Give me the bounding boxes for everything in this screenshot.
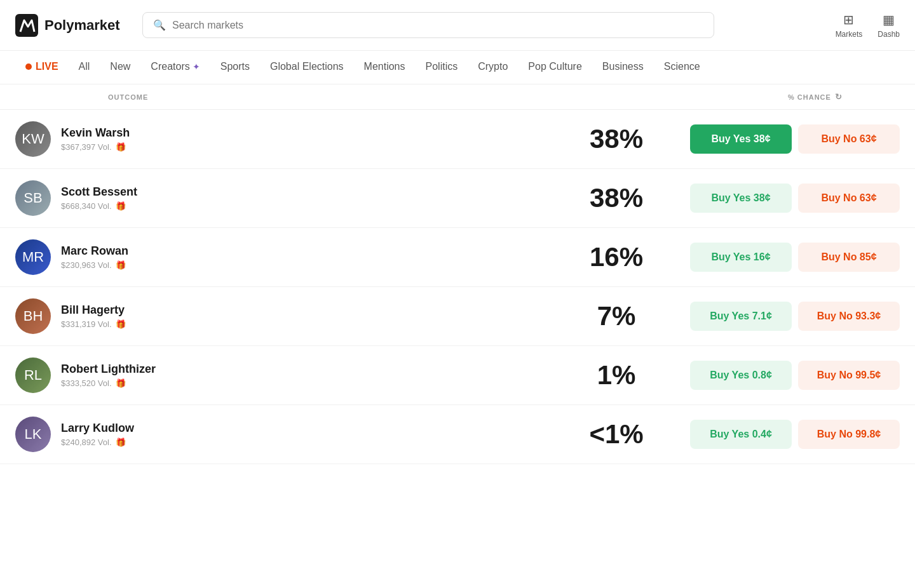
gift-icon: 🎁 xyxy=(116,201,126,211)
outcome-info: Bill Hagerty $331,319 Vol. 🎁 xyxy=(61,304,543,329)
chance-value: 38% xyxy=(553,183,680,213)
search-input[interactable] xyxy=(172,20,703,31)
buy-no-button[interactable]: Buy No 93.3¢ xyxy=(798,302,900,331)
nav-mentions-label: Mentions xyxy=(364,61,405,72)
nav-crypto-label: Crypto xyxy=(478,61,508,72)
nav-item-pop-culture[interactable]: Pop Culture xyxy=(518,51,592,84)
logo-icon xyxy=(15,14,38,37)
logo-area: Polymarket xyxy=(15,14,130,37)
outcome-name: Robert Lighthizer xyxy=(61,363,543,376)
nav-global-elections-label: Global Elections xyxy=(270,61,344,72)
buy-yes-button[interactable]: Buy Yes 16¢ xyxy=(690,243,792,272)
outcome-info: Scott Bessent $668,340 Vol. 🎁 xyxy=(61,185,543,211)
buy-no-button[interactable]: Buy No 85¢ xyxy=(798,243,900,272)
gift-icon: 🎁 xyxy=(116,319,126,329)
buy-no-button[interactable]: Buy No 99.5¢ xyxy=(798,361,900,390)
outcome-volume: $367,397 Vol. 🎁 xyxy=(61,142,543,152)
outcome-volume: $333,520 Vol. 🎁 xyxy=(61,378,543,388)
table-row: RL Robert Lighthizer $333,520 Vol. 🎁 1% … xyxy=(0,346,915,405)
nav-item-global-elections[interactable]: Global Elections xyxy=(260,51,354,84)
nav: LIVE All New Creators ✦ Sports Global El… xyxy=(0,51,915,84)
btn-area: Buy Yes 38¢ Buy No 63¢ xyxy=(690,124,900,154)
nav-politics-label: Politics xyxy=(426,61,458,72)
nav-item-new[interactable]: New xyxy=(100,51,140,84)
table-body: KW Kevin Warsh $367,397 Vol. 🎁 38% Buy Y… xyxy=(0,110,915,464)
header-actions: ⊞ Markets ▦ Dashb xyxy=(836,12,900,39)
outcome-info: Robert Lighthizer $333,520 Vol. 🎁 xyxy=(61,363,543,388)
avatar: LK xyxy=(15,417,51,452)
nav-item-science[interactable]: Science xyxy=(654,51,710,84)
outcome-volume: $240,892 Vol. 🎁 xyxy=(61,438,543,447)
dashboard-button[interactable]: ▦ Dashb xyxy=(878,12,900,39)
gift-icon: 🎁 xyxy=(116,378,126,388)
buy-yes-button[interactable]: Buy Yes 38¢ xyxy=(690,124,792,154)
logo-text: Polymarket xyxy=(44,17,120,34)
btn-area: Buy Yes 16¢ Buy No 85¢ xyxy=(690,243,900,272)
search-bar[interactable]: 🔍 xyxy=(142,12,714,38)
outcome-name: Scott Bessent xyxy=(61,185,543,199)
live-dot xyxy=(25,63,32,70)
table-row: SB Scott Bessent $668,340 Vol. 🎁 38% Buy… xyxy=(0,169,915,228)
outcome-name: Bill Hagerty xyxy=(61,304,543,317)
chance-value: 1% xyxy=(553,360,680,391)
outcome-name: Larry Kudlow xyxy=(61,422,543,435)
buy-yes-button[interactable]: Buy Yes 38¢ xyxy=(690,184,792,213)
avatar: KW xyxy=(15,121,51,157)
avatar: MR xyxy=(15,239,51,275)
gift-icon: 🎁 xyxy=(116,260,126,270)
nav-item-business[interactable]: Business xyxy=(592,51,654,84)
nav-item-crypto[interactable]: Crypto xyxy=(468,51,518,84)
nav-item-live[interactable]: LIVE xyxy=(15,51,69,84)
nav-new-label: New xyxy=(110,61,130,72)
avatar: RL xyxy=(15,357,51,393)
nav-creators-label: Creators xyxy=(151,61,189,72)
buy-no-button[interactable]: Buy No 63¢ xyxy=(798,184,900,213)
refresh-icon[interactable]: ↻ xyxy=(835,92,843,102)
outcome-info: Larry Kudlow $240,892 Vol. 🎁 xyxy=(61,422,543,447)
outcome-volume: $668,340 Vol. 🎁 xyxy=(61,201,543,211)
nav-science-label: Science xyxy=(664,61,700,72)
table-header: OUTCOME % CHANCE ↻ xyxy=(0,84,915,110)
nav-item-creators[interactable]: Creators ✦ xyxy=(140,51,210,84)
outcome-volume: $331,319 Vol. 🎁 xyxy=(61,319,543,329)
table-row: MR Marc Rowan $230,963 Vol. 🎁 16% Buy Ye… xyxy=(0,228,915,287)
dashboard-label: Dashb xyxy=(878,30,900,39)
chance-value: <1% xyxy=(553,419,680,450)
table-row: LK Larry Kudlow $240,892 Vol. 🎁 <1% Buy … xyxy=(0,405,915,464)
buy-no-button[interactable]: Buy No 63¢ xyxy=(798,124,900,154)
dashboard-icon: ▦ xyxy=(883,12,895,27)
avatar: BH xyxy=(15,298,51,334)
nav-item-mentions[interactable]: Mentions xyxy=(354,51,416,84)
btn-area: Buy Yes 0.8¢ Buy No 99.5¢ xyxy=(690,361,900,390)
btn-area: Buy Yes 0.4¢ Buy No 99.8¢ xyxy=(690,420,900,449)
chance-value: 16% xyxy=(553,242,680,272)
markets-button[interactable]: ⊞ Markets xyxy=(836,12,863,39)
outcome-name: Kevin Warsh xyxy=(61,126,543,140)
buy-yes-button[interactable]: Buy Yes 0.4¢ xyxy=(690,420,792,449)
outcome-name: Marc Rowan xyxy=(61,244,543,258)
markets-icon: ⊞ xyxy=(843,12,854,27)
nav-item-all[interactable]: All xyxy=(69,51,100,84)
nav-sports-label: Sports xyxy=(220,61,250,72)
table-row: BH Bill Hagerty $331,319 Vol. 🎁 7% Buy Y… xyxy=(0,287,915,346)
buy-yes-button[interactable]: Buy Yes 0.8¢ xyxy=(690,361,792,390)
chance-value: 7% xyxy=(553,301,680,331)
buy-yes-button[interactable]: Buy Yes 7.1¢ xyxy=(690,302,792,331)
gift-icon: 🎁 xyxy=(116,438,126,447)
buy-no-button[interactable]: Buy No 99.8¢ xyxy=(798,420,900,449)
markets-label: Markets xyxy=(836,30,863,39)
nav-item-sports[interactable]: Sports xyxy=(210,51,260,84)
col-chance-header: % CHANCE ↻ xyxy=(788,92,915,102)
outcome-info: Kevin Warsh $367,397 Vol. 🎁 xyxy=(61,126,543,152)
creators-sparkle-icon: ✦ xyxy=(193,62,200,72)
btn-area: Buy Yes 38¢ Buy No 63¢ xyxy=(690,184,900,213)
nav-business-label: Business xyxy=(602,61,644,72)
nav-all-label: All xyxy=(79,61,90,72)
nav-pop-culture-label: Pop Culture xyxy=(528,61,582,72)
col-outcome-header: OUTCOME xyxy=(108,93,788,101)
gift-icon: 🎁 xyxy=(116,142,126,152)
search-icon: 🔍 xyxy=(153,19,166,31)
outcome-info: Marc Rowan $230,963 Vol. 🎁 xyxy=(61,244,543,270)
btn-area: Buy Yes 7.1¢ Buy No 93.3¢ xyxy=(690,302,900,331)
nav-item-politics[interactable]: Politics xyxy=(416,51,468,84)
